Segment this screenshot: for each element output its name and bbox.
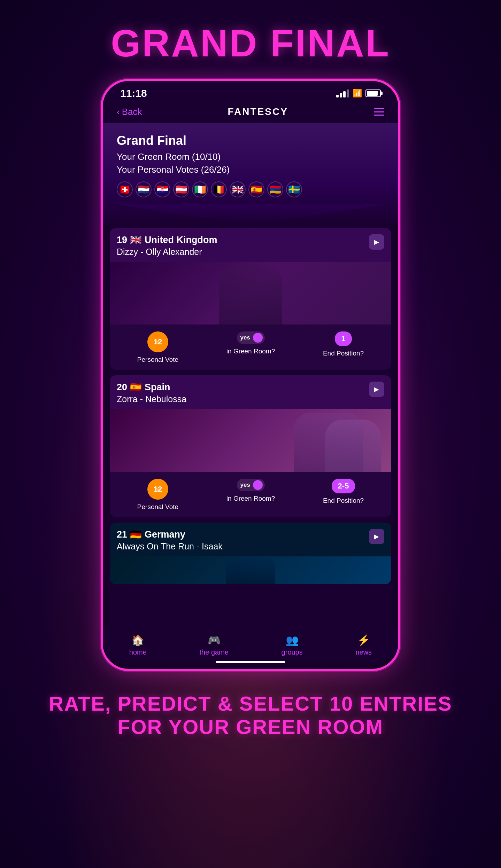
signal-bar-4 (347, 89, 349, 97)
entry-info-spain: 20 🇪🇸 Spain Zorra - Nebulossa (117, 382, 186, 404)
flag-austria: 🇦🇹 (173, 181, 189, 197)
tab-groups-label: groups (282, 648, 303, 656)
personal-vote-heart-uk[interactable]: 12 (147, 331, 168, 352)
voting-row-spain: 12 Personal Vote yes in Green Room? (110, 472, 391, 517)
tab-the-game[interactable]: 🎮 the game (200, 634, 229, 656)
flags-row: 🇨🇭 🇳🇱 🇭🇷 🇦🇹 🇮🇪 🇧🇪 🇬🇧 🇪🇸 🇦🇲 🇸🇪 (117, 181, 384, 197)
header-diamond (117, 204, 384, 225)
play-button-uk[interactable]: ▶ (369, 234, 384, 250)
green-room-toggle-spain[interactable]: yes (237, 479, 265, 491)
groups-icon: 👥 (286, 634, 299, 646)
personal-vote-heart-spain[interactable]: 12 (147, 479, 168, 500)
entry-flag-spain: 🇪🇸 (130, 382, 142, 393)
end-position-item-uk: 1 End Position? (323, 331, 364, 357)
signal-bar-3 (343, 91, 346, 97)
home-icon: 🏠 (131, 634, 144, 646)
tab-news-label: news (355, 648, 372, 656)
green-room-toggle-label-uk: yes (240, 334, 250, 341)
wifi-icon: 📶 (353, 89, 362, 98)
menu-line-3 (374, 115, 384, 116)
germany-artist-figure (226, 556, 275, 584)
personal-votes-status: Your Personal Votes (26/26) (117, 164, 384, 175)
menu-line-2 (374, 111, 384, 112)
voting-row-uk: 12 Personal Vote yes in Green Room? (110, 324, 391, 370)
entry-number-germany: 21 (117, 529, 127, 540)
flag-spain: 🇪🇸 (248, 181, 264, 197)
home-indicator (216, 661, 285, 663)
bottom-text-line2: FOR YOUR GREEN ROOM (49, 715, 452, 738)
spain-artist-figure-2 (325, 420, 381, 472)
signal-bar-2 (340, 93, 342, 97)
personal-vote-item-uk: 12 Personal Vote (137, 331, 178, 363)
end-position-label-spain: End Position? (323, 497, 364, 505)
entry-info-uk: 19 🇬🇧 United Kingdom Dizzy - Olly Alexan… (117, 234, 217, 257)
end-position-badge-spain[interactable]: 2-5 (332, 479, 355, 493)
personal-vote-label-spain: Personal Vote (137, 503, 178, 511)
entry-header-germany: 21 🇩🇪 Germany Always On The Run - Isaak … (110, 523, 391, 556)
logo-part2: SCY (265, 106, 288, 117)
news-icon: ⚡ (357, 634, 370, 646)
entry-artist-germany: Isaak (202, 541, 223, 551)
entry-country-spain: Spain (145, 382, 170, 393)
entry-flag-germany: 🇩🇪 (130, 529, 142, 540)
entry-flag-uk: 🇬🇧 (130, 234, 142, 245)
entry-number-country-germany: 21 🇩🇪 Germany (117, 529, 223, 540)
end-position-label-uk: End Position? (323, 350, 364, 357)
entry-card-spain: 20 🇪🇸 Spain Zorra - Nebulossa ▶ (110, 375, 391, 517)
app-logo: FANTESCY (228, 106, 288, 117)
menu-line-1 (374, 108, 384, 109)
entry-image-uk (110, 262, 391, 324)
flag-uk: 🇬🇧 (230, 181, 246, 197)
hamburger-menu-button[interactable] (374, 108, 384, 116)
page-title: GRAND FINAL (111, 21, 390, 65)
entry-card-germany: 21 🇩🇪 Germany Always On The Run - Isaak … (110, 523, 391, 584)
entry-song-spain: Zorra (117, 394, 138, 404)
bottom-text: RATE, PREDICT & SELECT 10 ENTRIES FOR YO… (49, 692, 452, 738)
personal-vote-value-spain: 12 (154, 485, 162, 494)
nav-bar: ‹ Back FANTESCY (103, 103, 398, 123)
entry-artist-spain: Nebulossa (145, 394, 186, 404)
back-chevron-icon: ‹ (117, 107, 120, 117)
entry-song-germany: Always On The Run (117, 541, 194, 551)
logo-part1: FANT (228, 106, 257, 117)
phone-mockup: 11:18 📶 ‹ B (101, 79, 400, 671)
battery-icon (365, 89, 381, 97)
entry-number-country-spain: 20 🇪🇸 Spain (117, 382, 186, 393)
flag-sweden: 🇸🇪 (286, 181, 302, 197)
header-card: Grand Final Your Green Room (10/10) Your… (103, 123, 398, 225)
flag-netherlands: 🇳🇱 (136, 181, 152, 197)
flag-ireland: 🇮🇪 (192, 181, 208, 197)
tab-news[interactable]: ⚡ news (355, 634, 372, 656)
entry-artist-uk: Olly Alexander (146, 247, 202, 257)
status-time: 11:18 (120, 87, 147, 99)
flag-switzerland: 🇨🇭 (117, 181, 133, 197)
entry-song-uk: Dizzy (117, 247, 138, 257)
entry-header-spain: 20 🇪🇸 Spain Zorra - Nebulossa ▶ (110, 375, 391, 409)
green-room-toggle-knob-uk (253, 333, 263, 343)
logo-highlight: E (257, 106, 265, 117)
back-label[interactable]: Back (122, 107, 142, 117)
uk-artist-figure (219, 265, 282, 324)
personal-vote-value-uk: 12 (154, 337, 162, 346)
tab-home[interactable]: 🏠 home (129, 634, 147, 656)
flag-belgium: 🇧🇪 (211, 181, 227, 197)
personal-vote-label-uk: Personal Vote (137, 356, 178, 363)
tab-bar: 🏠 home 🎮 the game 👥 groups ⚡ news (103, 629, 398, 659)
flag-croatia: 🇭🇷 (154, 181, 170, 197)
end-position-badge-uk[interactable]: 1 (335, 331, 352, 346)
green-room-toggle-label-spain: yes (240, 482, 250, 488)
back-button[interactable]: ‹ Back (117, 107, 142, 117)
entry-image-germany (110, 556, 391, 584)
play-button-spain[interactable]: ▶ (369, 382, 384, 397)
entry-country-uk: United Kingdom (145, 235, 217, 245)
signal-icon (336, 89, 349, 97)
entry-number-uk: 19 (117, 235, 127, 245)
bottom-text-line1: RATE, PREDICT & SELECT 10 ENTRIES (49, 692, 452, 715)
status-bar: 11:18 📶 (103, 81, 398, 103)
green-room-label-spain: in Green Room? (226, 495, 275, 502)
play-button-germany[interactable]: ▶ (369, 529, 384, 544)
tab-groups[interactable]: 👥 groups (282, 634, 303, 656)
green-room-toggle-uk[interactable]: yes (237, 331, 265, 344)
entry-country-germany: Germany (145, 529, 185, 540)
green-room-item-spain: yes in Green Room? (226, 479, 275, 502)
